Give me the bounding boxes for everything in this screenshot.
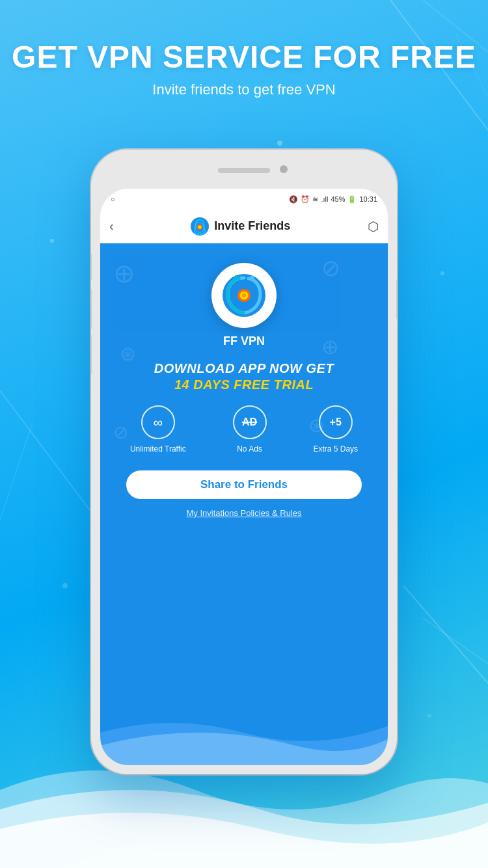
svg-text:⊕: ⊕ — [113, 259, 135, 288]
vpn-logo-circle — [211, 263, 277, 328]
svg-point-10 — [62, 583, 68, 588]
bottom-links: My Invitations Policies & Rules — [186, 508, 301, 518]
vpn-logo-section: FF VPN — [211, 263, 277, 348]
features-section: ∞ Unlimited Traffic AD No Ads +5 Extra 5… — [100, 392, 388, 460]
status-right-info: 🔇 ⏰ ≋ .ıll 45% 🔋 10:31 — [289, 195, 377, 204]
feature-extra-days: +5 Extra 5 Days — [313, 405, 358, 454]
phone-speaker — [218, 168, 270, 173]
main-title: GET VPN SERVICE FOR FREE — [0, 39, 488, 75]
unlimited-traffic-icon: ∞ — [141, 405, 175, 439]
download-line2: 14 DAYS FREE TRIAL — [154, 377, 334, 392]
phone-volume-up-button — [91, 290, 92, 329]
feature-no-ads: AD No Ads — [233, 405, 267, 454]
share-header-icon[interactable]: ⬡ — [368, 219, 379, 234]
vpn-logo-svg — [221, 273, 267, 318]
phone-camera — [280, 165, 288, 173]
phone-power-button — [396, 280, 397, 319]
my-invitations-link[interactable]: My Invitations — [186, 508, 237, 518]
status-left-icon: ○ — [111, 195, 115, 203]
app-logo-icon — [191, 217, 209, 236]
status-bar: ○ 🔇 ⏰ ≋ .ıll 45% 🔋 10:31 — [100, 189, 388, 210]
svg-line-3 — [0, 390, 98, 521]
subtitle: Invite friends to get free VPN — [0, 81, 488, 98]
battery-icon: 🔋 — [347, 195, 357, 204]
app-bottom-wave — [100, 713, 388, 765]
vpn-name-label: FF VPN — [223, 334, 265, 348]
header-section: GET VPN SERVICE FOR FREE Invite friends … — [0, 39, 488, 98]
feature-unlimited-traffic: ∞ Unlimited Traffic — [130, 405, 186, 454]
svg-point-14 — [198, 225, 202, 228]
app-content: ⊕ ⊘ ⊛ ⊕ ⊘ ⊛ — [100, 243, 388, 765]
svg-text:⊘: ⊘ — [321, 255, 340, 280]
battery-text: 45% — [331, 195, 345, 203]
signal-icon: .ıll — [321, 195, 328, 203]
app-bar-title-text: Invite Friends — [214, 219, 290, 233]
svg-point-11 — [427, 714, 431, 718]
alarm-icon: ⏰ — [301, 195, 310, 204]
policies-rules-link[interactable]: Policies & Rules — [241, 508, 302, 518]
share-to-friends-button[interactable]: Share to Friends — [126, 470, 362, 499]
svg-line-6 — [423, 618, 488, 664]
phone-mute-button — [91, 254, 92, 280]
app-bar: ‹ Invite Friends ⬡ — [100, 210, 388, 243]
svg-point-7 — [277, 141, 282, 146]
svg-point-26 — [242, 293, 246, 297]
wifi-icon: ≋ — [312, 195, 318, 204]
phone-volume-down-button — [91, 335, 92, 374]
svg-text:⊕: ⊕ — [321, 335, 339, 359]
no-ads-icon: AD — [233, 405, 267, 439]
mute-icon: 🔇 — [289, 195, 298, 204]
svg-line-4 — [0, 423, 33, 521]
svg-point-9 — [441, 271, 444, 275]
extra-days-label: Extra 5 Days — [313, 444, 358, 454]
svg-line-5 — [403, 586, 488, 683]
time-display: 10:31 — [359, 195, 377, 203]
extra-days-icon: +5 — [319, 405, 353, 439]
svg-text:⊛: ⊛ — [120, 343, 136, 364]
svg-point-8 — [50, 239, 54, 243]
phone-screen: ○ 🔇 ⏰ ≋ .ıll 45% 🔋 10:31 ‹ — [100, 189, 388, 765]
no-ads-label: No Ads — [237, 444, 262, 454]
download-section: DOWNLOAD APP NOW GET 14 DAYS FREE TRIAL — [141, 361, 347, 392]
phone-mockup: ○ 🔇 ⏰ ≋ .ıll 45% 🔋 10:31 ‹ — [91, 150, 397, 774]
unlimited-traffic-label: Unlimited Traffic — [130, 444, 186, 454]
phone-body: ○ 🔇 ⏰ ≋ .ıll 45% 🔋 10:31 ‹ — [91, 150, 397, 774]
back-button[interactable]: ‹ — [109, 219, 114, 234]
download-line1: DOWNLOAD APP NOW GET — [154, 361, 334, 376]
app-bar-title-group: Invite Friends — [191, 217, 290, 236]
